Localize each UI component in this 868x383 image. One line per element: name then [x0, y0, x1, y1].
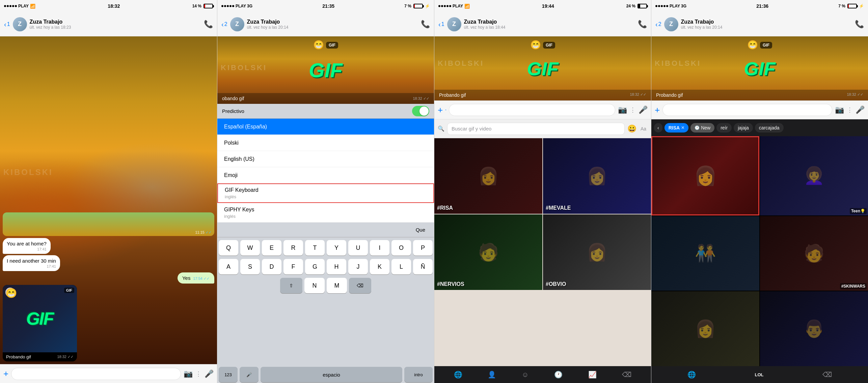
- key-f[interactable]: F: [283, 259, 303, 274]
- key-nn[interactable]: Ñ: [413, 259, 433, 274]
- add-button-1[interactable]: +: [3, 369, 8, 379]
- carrier-4: PLAY 3G: [670, 4, 686, 8]
- risa-cell-2[interactable]: 👩‍🦱 Teen💡: [760, 136, 868, 215]
- back-button-1[interactable]: ‹ 1: [4, 21, 10, 28]
- back-button-2[interactable]: ‹ 2: [221, 21, 227, 28]
- key-m[interactable]: M: [327, 278, 347, 293]
- risa-active-tab[interactable]: RISA ✕: [664, 123, 688, 132]
- delete-icon-3[interactable]: ⌫: [622, 371, 631, 379]
- risa-close-icon[interactable]: ✕: [681, 125, 684, 130]
- mic-icon-3[interactable]: 🎤: [639, 106, 648, 114]
- panel-chat-3: PLAY 📶 19:44 24 % ‹ 1 Z Zuza Trabajo últ…: [434, 0, 651, 383]
- risa-tab-new[interactable]: 🕐 New: [690, 123, 714, 132]
- key-a[interactable]: A: [219, 259, 238, 274]
- delete-icon-4[interactable]: ⌫: [822, 371, 832, 379]
- key-o[interactable]: O: [391, 240, 411, 256]
- lang-gif-keyboard[interactable]: GIF Keyboard inglés: [217, 183, 434, 203]
- lang-emoji[interactable]: Emoji: [217, 167, 434, 183]
- gif-cell-nervios[interactable]: 🧑 #NERVIOS: [434, 214, 542, 290]
- risa-cell-6[interactable]: 👨: [760, 291, 868, 366]
- key-u[interactable]: U: [348, 240, 368, 256]
- contact-sub-3: últ. vez hoy a las 18:44: [464, 25, 635, 30]
- message-input-4[interactable]: [662, 104, 832, 116]
- risa-tab-jajaja[interactable]: jajaja: [734, 123, 753, 132]
- camera-icon-3[interactable]: 📷: [618, 106, 627, 114]
- status-bar-2: PLAY 3G 21:35 7 % ⚡: [217, 0, 434, 12]
- key-j[interactable]: J: [348, 259, 368, 274]
- more-icon-4[interactable]: ⋮: [847, 106, 853, 114]
- phone-icon-4[interactable]: 📞: [855, 20, 864, 29]
- key-k[interactable]: K: [370, 259, 389, 274]
- globe-icon-4[interactable]: 🌐: [687, 371, 696, 379]
- chart-icon-3[interactable]: 📈: [588, 371, 597, 379]
- risa-cell-1[interactable]: 👩: [651, 136, 759, 215]
- risa-back-btn[interactable]: ‹: [654, 123, 662, 132]
- back-button-3[interactable]: ‹ 1: [438, 21, 444, 28]
- key-l[interactable]: L: [391, 259, 411, 274]
- key-e[interactable]: E: [262, 240, 281, 256]
- status-left-3: PLAY 📶: [438, 4, 470, 9]
- smiley-icon-3[interactable]: ☺: [522, 371, 528, 379]
- suggestion-que[interactable]: Que: [412, 226, 429, 234]
- lang-espanol[interactable]: Español (España): [217, 119, 434, 135]
- predictivo-toggle[interactable]: [412, 106, 429, 116]
- mic-icon-1[interactable]: 🎤: [205, 370, 214, 378]
- key-shift[interactable]: ⇧: [280, 278, 302, 293]
- lang-polski[interactable]: Polski: [217, 135, 434, 151]
- time-2: 21:35: [322, 3, 334, 9]
- clock-icon-3[interactable]: 🕐: [554, 371, 563, 379]
- risa-person-5: 👩: [695, 319, 716, 338]
- risa-cell-5[interactable]: 👩: [651, 291, 759, 366]
- phone-icon-1[interactable]: 📞: [204, 20, 213, 29]
- msg-1-2: I need another 30 min 17:41: [3, 255, 60, 271]
- key-i[interactable]: I: [370, 240, 389, 256]
- key-w[interactable]: W: [240, 240, 260, 256]
- key-delete[interactable]: ⌫: [349, 278, 371, 293]
- phone-icon-2[interactable]: 📞: [421, 20, 430, 29]
- person-icon-3[interactable]: 👤: [488, 371, 496, 379]
- key-123[interactable]: 123: [219, 367, 238, 382]
- key-h[interactable]: H: [327, 259, 346, 274]
- key-p[interactable]: P: [413, 240, 433, 256]
- back-button-4[interactable]: ‹ 2: [655, 21, 661, 28]
- key-r[interactable]: R: [283, 240, 303, 256]
- risa-cell-3[interactable]: 🧑‍🤝‍🧑: [651, 216, 759, 291]
- camera-icon-1[interactable]: 📷: [184, 370, 193, 378]
- lang-giphy[interactable]: GIPHY Keys inglés: [217, 203, 434, 223]
- smile-icon-3[interactable]: 😀: [627, 124, 636, 133]
- gif-cell-obvio[interactable]: 👩 #OBVIO: [543, 214, 651, 290]
- globe-icon-3[interactable]: 🌐: [454, 371, 462, 379]
- message-input-3[interactable]: [449, 104, 615, 116]
- key-n[interactable]: N: [304, 278, 325, 293]
- key-mic-bottom[interactable]: 🎤: [240, 367, 259, 382]
- message-input-1[interactable]: [11, 368, 181, 380]
- key-g[interactable]: G: [305, 259, 325, 274]
- messages-area-1: You are at home? 17:41 I need another 30…: [3, 238, 214, 361]
- add-button-4[interactable]: +: [655, 105, 660, 115]
- gif-search-input-3[interactable]: Buscar gif y video: [447, 123, 625, 135]
- key-intro[interactable]: intro: [404, 367, 433, 382]
- risa-cell-4[interactable]: 🧑 #SKINWARS: [760, 216, 868, 291]
- gif-cell-risa[interactable]: 👩 #RISA: [434, 138, 542, 214]
- aa-label-3[interactable]: Aa: [639, 126, 648, 131]
- risa-tab-carcajada[interactable]: carcajada: [755, 123, 784, 132]
- gif-cell-mevale[interactable]: 👩 #MEVALE: [543, 138, 651, 214]
- key-t[interactable]: T: [305, 240, 325, 256]
- camera-icon-4[interactable]: 📷: [835, 106, 844, 114]
- back-num-4: 2: [658, 21, 661, 27]
- key-q[interactable]: Q: [219, 240, 238, 256]
- mic-icon-4[interactable]: 🎤: [856, 106, 865, 114]
- suggestion-row: Que: [217, 223, 434, 237]
- kibolski-4: KIBOLSKI: [655, 59, 701, 68]
- lang-english[interactable]: English (US): [217, 151, 434, 167]
- chevron-left-icon-2: ‹: [221, 21, 224, 28]
- key-s[interactable]: S: [240, 259, 260, 274]
- more-icon-3[interactable]: ⋮: [630, 106, 636, 114]
- key-d[interactable]: D: [262, 259, 281, 274]
- key-y[interactable]: Y: [327, 240, 346, 256]
- phone-icon-3[interactable]: 📞: [638, 20, 647, 29]
- risa-tab-reir[interactable]: reír: [716, 123, 732, 132]
- more-icon-1[interactable]: ⋮: [195, 370, 202, 378]
- key-space[interactable]: espacio: [261, 367, 402, 382]
- add-button-3[interactable]: +: [438, 105, 443, 115]
